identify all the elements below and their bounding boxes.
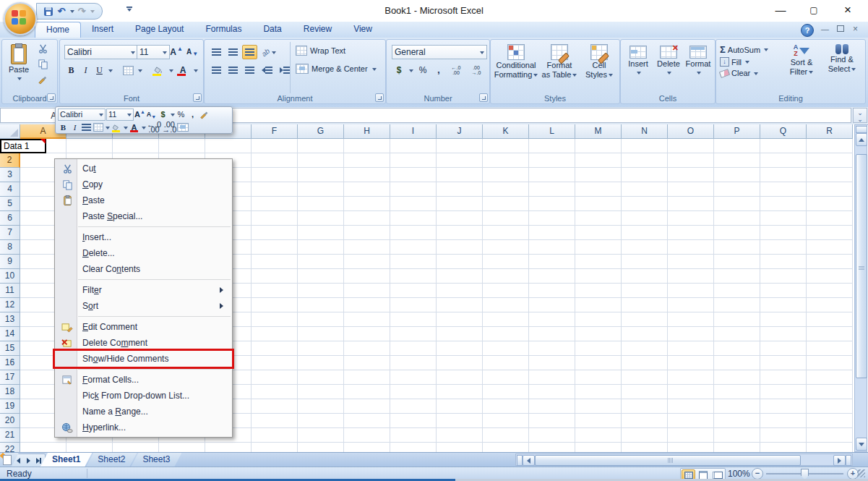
mini-currency-button[interactable]: $ [158, 108, 168, 120]
row-header-6[interactable]: 6 [0, 211, 20, 226]
wrap-text-button[interactable]: Wrap Text [296, 46, 345, 56]
maximize-button[interactable]: ▢ [802, 1, 826, 19]
row-header-17[interactable]: 17 [0, 370, 20, 385]
font-name-select[interactable]: Calibri [64, 45, 138, 59]
row-header-21[interactable]: 21 [0, 428, 20, 443]
mini-decrease-decimal-button[interactable]: .00→.0 [162, 122, 176, 133]
borders-dropdown-icon[interactable] [138, 69, 142, 75]
row-header-15[interactable]: 15 [0, 341, 20, 356]
mini-merge-center-button[interactable] [177, 122, 189, 133]
currency-dropdown-icon[interactable] [409, 69, 413, 75]
menu-item-name-a-range[interactable]: Name a Range... [55, 404, 232, 420]
cell-styles-button[interactable]: Cell Styles [582, 44, 616, 79]
last-sheet-button[interactable] [34, 456, 43, 465]
formula-bar-expand-button[interactable]: ⌄⌄ [853, 108, 867, 123]
row-header-13[interactable]: 13 [0, 312, 20, 327]
menu-item-paste[interactable]: Paste [55, 192, 232, 208]
horizontal-split-handle-left[interactable] [517, 455, 523, 466]
scroll-down-button[interactable] [856, 438, 867, 451]
menu-item-copy[interactable]: Copy [55, 176, 232, 192]
row-header-2[interactable]: 2 [0, 153, 20, 168]
row-header-11[interactable]: 11 [0, 284, 20, 298]
percent-button[interactable]: % [415, 63, 431, 77]
sheet-tab-sheet1[interactable]: Sheet1 [40, 453, 92, 467]
menu-item-sort[interactable]: Sort [55, 298, 232, 314]
menu-item-cut[interactable]: Cut [55, 161, 232, 176]
redo-button[interactable]: ↷ [76, 5, 87, 17]
row-header-9[interactable]: 9 [0, 255, 20, 269]
active-cell-a2[interactable]: Data 1 [0, 139, 46, 153]
row-header-16[interactable]: 16 [0, 356, 20, 370]
delete-cells-button[interactable]: ✕ Delete [654, 46, 683, 77]
row-header-20[interactable]: 20 [0, 414, 20, 428]
column-header-h[interactable]: H [344, 124, 390, 139]
scroll-right-button[interactable] [833, 455, 846, 466]
merge-center-button[interactable]: Merge & Center [296, 64, 377, 74]
decrease-indent-button[interactable] [259, 63, 275, 77]
column-header-n[interactable]: N [622, 124, 668, 139]
italic-button[interactable]: I [80, 63, 92, 77]
clipboard-dialog-launcher[interactable] [47, 93, 56, 102]
fill-color-button[interactable] [150, 63, 166, 77]
window-close-small[interactable]: × [853, 25, 858, 33]
align-bottom-button[interactable] [242, 45, 257, 59]
row-header-18[interactable]: 18 [0, 385, 20, 399]
row-header-14[interactable]: 14 [0, 327, 20, 341]
mini-grow-font-button[interactable]: A▲ [134, 108, 145, 120]
borders-button[interactable] [121, 63, 135, 77]
shrink-font-button[interactable]: A▼ [184, 44, 200, 59]
row-header-22[interactable]: 22 [0, 443, 20, 452]
menu-item-pick-from-drop-down-list[interactable]: Pick From Drop-down List... [55, 388, 232, 404]
mini-fill-color-button[interactable] [111, 122, 121, 133]
horizontal-scroll-thumb[interactable] [535, 455, 801, 466]
vertical-split-handle[interactable] [856, 126, 867, 133]
tab-review[interactable]: Review [293, 22, 343, 38]
bold-button[interactable]: B [64, 63, 78, 77]
clear-button[interactable]: Clear [720, 69, 768, 77]
sheet-tab-sheet2[interactable]: Sheet2 [86, 453, 137, 467]
row-header-10[interactable]: 10 [0, 269, 20, 284]
fill-color-dropdown-icon[interactable] [169, 69, 173, 75]
insert-cells-button[interactable]: Insert [624, 46, 652, 77]
currency-button[interactable]: $ [392, 63, 406, 77]
number-dialog-launcher[interactable] [479, 93, 488, 102]
column-header-k[interactable]: K [483, 124, 529, 139]
align-middle-button[interactable] [225, 45, 241, 59]
format-painter-button[interactable] [37, 73, 49, 85]
align-top-button[interactable] [209, 45, 224, 59]
font-size-select[interactable]: 11 [137, 45, 170, 59]
font-color-dropdown-icon[interactable] [194, 69, 198, 75]
align-left-button[interactable] [209, 63, 224, 77]
sheet-tab-sheet3[interactable]: Sheet3 [131, 453, 181, 467]
format-as-table-button[interactable]: Format as Table [540, 44, 579, 79]
format-cells-button-ribbon[interactable]: Format [684, 46, 712, 77]
mini-font-color-button[interactable]: A [129, 122, 139, 133]
menu-item-clear-contents[interactable]: Clear Contents [55, 261, 232, 277]
undo-dropdown-icon[interactable] [70, 10, 74, 15]
tab-home[interactable]: Home [35, 22, 81, 38]
cut-button[interactable] [37, 43, 49, 55]
menu-item-format-cells[interactable]: Format Cells... [55, 372, 232, 388]
row-header-8[interactable]: 8 [0, 240, 20, 255]
save-button[interactable] [43, 5, 54, 17]
menu-item-edit-comment[interactable]: Edit Comment [55, 319, 232, 335]
help-button[interactable]: ? [801, 24, 814, 37]
font-color-button[interactable]: A [175, 63, 191, 77]
conditional-formatting-button[interactable]: Conditional Formatting [494, 44, 538, 79]
resize-grip[interactable] [857, 469, 865, 477]
autosum-button[interactable]: ΣAutoSum [720, 44, 768, 55]
undo-button[interactable]: ↶ [56, 5, 67, 17]
column-header-p[interactable]: P [714, 124, 760, 139]
menu-item-filter[interactable]: Filter [55, 282, 232, 298]
office-button[interactable] [4, 2, 37, 35]
vertical-scroll-thumb[interactable] [856, 154, 867, 378]
mini-percent-button[interactable]: % [176, 108, 186, 120]
increase-indent-button[interactable] [277, 63, 293, 77]
tab-data[interactable]: Data [252, 22, 292, 38]
alignment-dialog-launcher[interactable] [375, 93, 384, 102]
menu-item-delete[interactable]: Delete... [55, 245, 232, 261]
mini-borders-dropdown-icon[interactable] [106, 127, 110, 132]
mini-currency-dropdown-icon[interactable] [171, 114, 175, 119]
mini-fill-color-dropdown-icon[interactable] [124, 127, 128, 132]
minimize-button[interactable]: — [768, 1, 793, 19]
